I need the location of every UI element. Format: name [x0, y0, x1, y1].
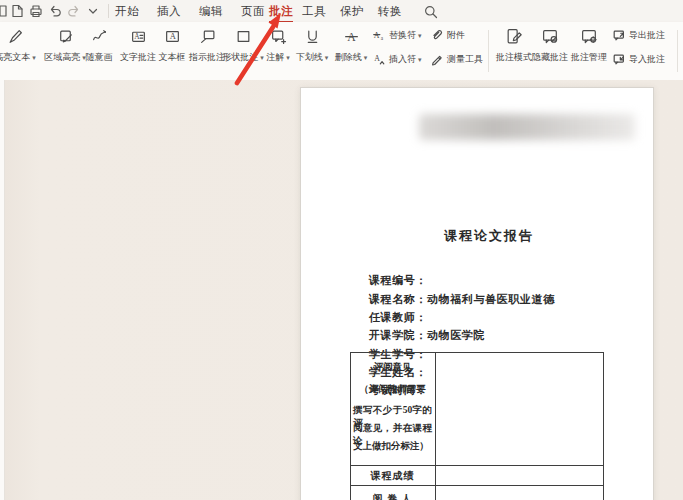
left-edge-strip: [0, 80, 5, 500]
ribbon-item-measure-tool[interactable]: 测量工具: [430, 48, 484, 70]
ribbon-item-free-draw[interactable]: 随意画: [80, 24, 118, 78]
ribbon-stack-marks: Aa 替换符 A 插入符: [372, 24, 426, 70]
field-college: 开课学院：动物医学院: [369, 328, 485, 343]
ribbon-item-underline[interactable]: 下划线: [293, 24, 331, 78]
strikethrough-icon: A: [343, 24, 360, 48]
more-chevron-icon[interactable]: [85, 3, 101, 19]
document-title: 课程论文报告: [301, 227, 653, 245]
menu-insert[interactable]: 插入: [157, 4, 181, 19]
import-comments-icon: [612, 52, 626, 66]
document-page[interactable]: 课程论文报告 课程编号： 课程名称：动物福利与兽医职业道德 任课教师： 开课学院…: [300, 87, 654, 500]
ribbon-item-strikethrough[interactable]: A 删除线: [332, 24, 370, 78]
menu-tools[interactable]: 工具: [302, 4, 326, 19]
svg-text:A: A: [169, 31, 176, 41]
print-icon[interactable]: [28, 3, 44, 19]
review-table: 评阅意见 （评阅教师需要 撰写不少于50字的评 阅意见，并在课程论 文上做扣分标…: [350, 352, 604, 500]
ribbon-item-hide-comments[interactable]: 隐藏批注: [530, 24, 570, 78]
comment-mode-icon: [505, 24, 524, 48]
ribbon-toolbar: 高亮文本 区域高亮 随意画 A 文字批注 A 文本框 指示批注: [0, 22, 683, 81]
ribbon-item-text-box[interactable]: A 文本框: [153, 24, 191, 78]
redo-icon[interactable]: [66, 3, 82, 19]
manage-comments-icon: [580, 24, 599, 48]
table-row-divider-2: [351, 485, 603, 486]
ribbon-stack-import-export: 导出批注 导入批注: [612, 24, 674, 70]
ribbon-item-shape-comment[interactable]: 形状批注: [221, 24, 265, 78]
menu-bar: 开始 插入 编辑 页面 批注 工具 保护 转换: [0, 0, 683, 23]
menu-comment[interactable]: 批注: [269, 4, 293, 23]
underline-icon: [304, 24, 321, 48]
ribbon-item-import-comments[interactable]: 导入批注: [612, 48, 674, 70]
ribbon-item-insert-caret[interactable]: A 插入符: [372, 48, 426, 70]
menu-start[interactable]: 开始: [115, 4, 139, 19]
ribbon-separator-right: [677, 30, 678, 72]
review-cell-line: （评阅教师需要: [351, 383, 434, 396]
export-comments-icon: [612, 28, 626, 42]
table-row-divider-1: [351, 465, 603, 466]
ribbon-separator: [488, 30, 489, 72]
review-cell-line: 评阅意见: [351, 361, 434, 374]
grader-row-label: 阅 卷 人: [351, 492, 434, 500]
undo-icon[interactable]: [47, 3, 63, 19]
free-draw-icon: [91, 24, 108, 48]
insert-caret-icon: A: [372, 52, 386, 66]
menu-edit[interactable]: 编辑: [199, 4, 223, 19]
menu-protect[interactable]: 保护: [340, 4, 364, 19]
paperclip-icon: [430, 28, 444, 42]
svg-text:A: A: [134, 32, 140, 41]
ribbon-item-text-comment[interactable]: A 文字批注: [118, 24, 158, 78]
review-cell-line: 文上做扣分标注）: [351, 440, 434, 453]
highlight-text-icon: [7, 24, 24, 48]
app-window: 开始 插入 编辑 页面 批注 工具 保护 转换 高亮文本 区域高亮 随意画: [0, 0, 683, 500]
ribbon-item-highlight-text[interactable]: 高亮文本: [0, 24, 42, 78]
svg-text:A: A: [374, 54, 380, 63]
field-course-code: 课程编号：: [369, 273, 427, 288]
score-row-label: 课程成绩: [351, 469, 434, 483]
ribbon-item-comment-mode[interactable]: 批注模式: [494, 24, 534, 78]
field-teacher: 任课教师：: [369, 310, 427, 325]
menubar-separator: [108, 4, 109, 18]
ribbon-item-attachment[interactable]: 附件: [430, 24, 484, 46]
save-icon[interactable]: [9, 3, 25, 19]
callout-comment-icon: [199, 24, 216, 48]
note-icon: [270, 24, 287, 48]
ribbon-stack-tools: 附件 测量工具: [430, 24, 484, 70]
search-icon[interactable]: [423, 4, 439, 20]
measure-tool-icon: [430, 52, 444, 66]
ribbon-item-replace-mark[interactable]: Aa 替换符: [372, 24, 426, 46]
field-course-name: 课程名称：动物福利与兽医职业道德: [369, 292, 555, 307]
area-highlight-icon: [57, 24, 74, 48]
shape-comment-icon: [235, 24, 252, 48]
hide-comments-icon: [541, 24, 560, 48]
ribbon-item-manage-comments[interactable]: 批注管理: [568, 24, 610, 78]
ribbon-item-note[interactable]: 注解: [263, 24, 293, 78]
replace-mark-icon: Aa: [372, 28, 386, 42]
text-box-icon: A: [164, 24, 181, 48]
text-comment-icon: A: [130, 24, 147, 48]
menu-convert[interactable]: 转换: [378, 4, 402, 19]
table-column-divider: [435, 353, 436, 500]
svg-text:a: a: [381, 35, 384, 41]
ribbon-item-export-comments[interactable]: 导出批注: [612, 24, 674, 46]
redacted-school-name: [419, 114, 635, 140]
menu-page[interactable]: 页面: [241, 4, 265, 19]
